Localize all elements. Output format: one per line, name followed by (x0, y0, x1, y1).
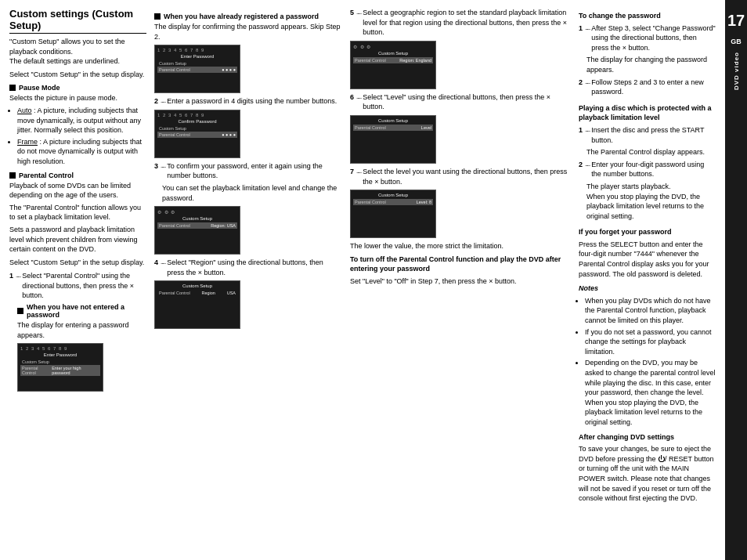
intro-text: "Custom Setup" allows you to set the pla… (9, 37, 146, 67)
change-step-1-text: After Step 3, select "Change Password" u… (591, 23, 716, 53)
col-far-right: To change the password 1 ..... After Ste… (579, 8, 716, 552)
parental-desc2: The "Parental Control" function allows y… (9, 203, 146, 222)
change-step-1b: The display for changing the password ap… (579, 55, 716, 74)
col-left: Custom settings (Custom Setup) "Custom S… (9, 8, 146, 552)
screen-2: 1 2 3 4 5 6 7 8 9 Enter Password Custom … (154, 45, 240, 93)
protected-step-1b: The Parental Control display appears. (579, 147, 716, 157)
screen-5: Custom Setup Parental Control Region USA (154, 280, 240, 329)
page-title: Custom settings (Custom Setup) (9, 8, 146, 34)
step-2-text: Enter a password in 4 digits using the n… (167, 96, 337, 107)
step-2-block: 2 ..... Enter a password in 4 digits usi… (154, 96, 342, 107)
page-number: 17 (725, 6, 747, 34)
step-5-row: 5 ..... Select a geographic region to se… (350, 8, 571, 38)
step-3-row: 3 ..... To confirm your password, enter … (154, 161, 342, 181)
step-2-row: 2 ..... Enter a password in 4 digits usi… (154, 96, 342, 107)
col-middle: When you have already registered a passw… (154, 8, 342, 552)
parental-control-header: Parental Control (9, 172, 146, 179)
already-registered-bullet-icon (154, 13, 161, 20)
no-password-header: When you have not entered a password (17, 303, 146, 319)
lower-value-text: The lower the value, the more strict the… (350, 241, 571, 251)
step-7-row: 7 ..... Select the level you want using … (350, 167, 571, 186)
protected-step-1-row: 1 ..... Insert the disc and press the ST… (579, 125, 716, 145)
protected-step-1-text: Insert the disc and press the START butt… (591, 125, 716, 145)
parental-select: Select "Custom Setup" in the setup displ… (9, 258, 146, 268)
step-4-row: 4 ..... Select "Region" using the direct… (154, 258, 342, 277)
col-right: 5 ..... Select a geographic region to se… (350, 8, 716, 552)
page-layout: Custom settings (Custom Setup) "Custom S… (9, 8, 716, 552)
turn-off-section: To turn off the Parental Control functio… (350, 255, 571, 287)
already-registered-text: The display for confirming the password … (154, 22, 342, 42)
after-section: After changing DVD settings To save your… (579, 432, 716, 504)
screen-1: 1 2 3 4 5 6 7 8 9 Enter Password Custom … (17, 343, 103, 392)
protected-section: Playing a disc which is protected with a… (579, 103, 716, 222)
change-step-2-text: Follow Steps 2 and 3 to enter a new pass… (591, 78, 716, 97)
step-4-block: 4 ..... Select "Region" using the direct… (154, 258, 342, 277)
turn-off-header: To turn off the Parental Control functio… (350, 255, 571, 274)
screen-8: Custom Setup Parental Control Level: 8 (350, 190, 436, 238)
parental-desc1: Playback of some DVDs can be limited dep… (9, 181, 146, 201)
list-item: Depending on the DVD, you may be asked t… (585, 358, 716, 427)
protected-step-2b: The player starts playback. When you sto… (579, 182, 716, 221)
sidebar-tab: 17 GB DVD video (725, 0, 747, 560)
step-1-text: Select "Parental Control" using the dire… (22, 271, 146, 301)
step-4-text: Select "Region" using the directional bu… (167, 258, 342, 277)
step-5-text: Select a geographic region to set the st… (363, 8, 571, 38)
list-item: Auto : A picture, including subjects tha… (17, 106, 146, 135)
select-text: Select "Custom Setup" in the setup displ… (9, 70, 146, 80)
sidebar-label: DVD video (733, 52, 740, 90)
pause-bullet-list: Auto : A picture, including subjects tha… (9, 106, 146, 167)
protected-step-2-text: Enter your four-digit password using the… (591, 160, 716, 179)
list-item: If you do not set a password, you cannot… (585, 327, 716, 357)
protected-header: Playing a disc which is protected with a… (579, 103, 716, 123)
change-password-header: To change the password (579, 11, 716, 21)
step-1-row: 1 ..... Select "Parental Control" using … (9, 271, 146, 301)
step-3-sub: You can set the playback limitation leve… (154, 183, 342, 203)
screen-7: Custom Setup Parental Control Level (350, 115, 436, 164)
notes-section: Notes When you play DVDs which do not ha… (579, 284, 716, 427)
step-6-row: 6 ..... Select "Level" using the directi… (350, 92, 571, 112)
no-password-section: When you have not entered a password The… (9, 303, 146, 392)
step-6-text: Select "Level" using the directional but… (363, 92, 571, 112)
notes-header: Notes (579, 284, 716, 294)
change-password-section: To change the password 1 ..... After Ste… (579, 11, 716, 97)
main-content: Custom settings (Custom Setup) "Custom S… (0, 0, 725, 560)
pause-mode-desc: Selects the picture in pause mode. (9, 93, 146, 103)
forget-section: If you forget your password Press the SE… (579, 227, 716, 279)
protected-step-2-row: 2 ..... Enter your four-digit password u… (579, 160, 716, 179)
after-text: To save your changes, be sure to eject t… (579, 444, 716, 504)
gb-label: GB (731, 38, 742, 45)
col-right-inner: 5 ..... Select a geographic region to se… (350, 8, 571, 552)
no-password-text: The display for entering a password appe… (17, 320, 146, 340)
screen-6: ⚙ ⚙ ⚙ Custom Setup Parental Control Regi… (350, 41, 436, 89)
parental-bullet-icon (9, 172, 16, 179)
forget-text: Press the SELECT button and enter the fo… (579, 240, 716, 279)
already-registered-header: When you have already registered a passw… (154, 13, 342, 20)
no-password-bullet-icon (17, 308, 23, 314)
after-header: After changing DVD settings (579, 432, 716, 443)
list-item: When you play DVDs which do not have the… (585, 296, 716, 326)
pause-bullet-icon (9, 85, 16, 91)
parental-desc3: Sets a password and playback limitation … (9, 225, 146, 255)
screen-3: 1 2 3 4 5 6 7 8 9 Confirm Password Custo… (154, 110, 240, 158)
screen-4: ⚙ ⚙ ⚙ Custom Setup Parental Control Regi… (154, 206, 240, 255)
list-item: Frame : A picture including subjects tha… (17, 137, 146, 167)
step-5-block: 5 ..... Select a geographic region to se… (350, 8, 571, 38)
change-step-1-row: 1 ..... After Step 3, select "Change Pas… (579, 23, 716, 53)
step-3-block: 3 ..... To confirm your password, enter … (154, 161, 342, 203)
step-3-text: To confirm your password, enter it again… (167, 161, 342, 181)
step-7-text: Select the level you want using the dire… (363, 167, 571, 186)
change-step-2-row: 2 ..... Follow Steps 2 and 3 to enter a … (579, 78, 716, 97)
step-7-block: 7 ..... Select the level you want using … (350, 167, 571, 186)
turn-off-text: Set "Level" to "Off" in Step 7, then pre… (350, 276, 571, 287)
forget-header: If you forget your password (579, 227, 716, 237)
step-1-block: 1 ..... Select "Parental Control" using … (9, 271, 146, 392)
notes-list: When you play DVDs which do not have the… (579, 296, 716, 428)
pause-mode-header: Pause Mode (9, 84, 146, 92)
step-6-block: 6 ..... Select "Level" using the directi… (350, 92, 571, 112)
